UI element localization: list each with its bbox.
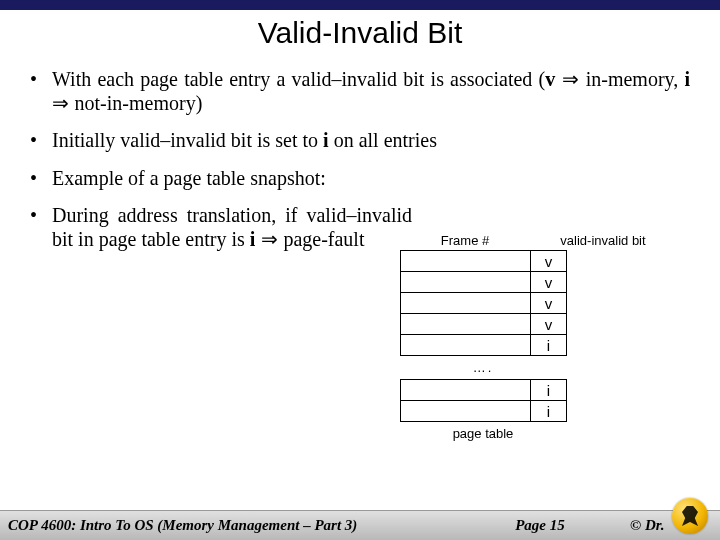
bullet-text: During address translation, if valid–inv… <box>52 204 412 251</box>
table-row: i <box>401 380 567 401</box>
footer-left: COP 4600: Intro To OS (Memory Management… <box>0 517 480 534</box>
text-i: i <box>684 68 690 90</box>
text: page-fault <box>283 228 364 250</box>
cell-bit: v <box>531 293 567 314</box>
header-frame: Frame # <box>400 233 530 248</box>
bullet-text: With each page table entry a valid–inval… <box>52 68 690 115</box>
table-row: v <box>401 314 567 335</box>
top-accent-bar <box>0 0 720 10</box>
bullet-marker: • <box>30 204 52 251</box>
bullet-marker: • <box>30 167 52 191</box>
table-row: v <box>401 272 567 293</box>
cell-frame <box>401 293 531 314</box>
text: With each page table entry a valid–inval… <box>52 68 545 90</box>
slide-body: • With each page table entry a valid–inv… <box>0 50 720 252</box>
cell-bit: v <box>531 314 567 335</box>
ellipsis: …. <box>400 356 566 379</box>
ucf-logo-icon <box>672 498 708 534</box>
table-headers: Frame # valid-invalid bit <box>400 233 700 248</box>
cell-frame <box>401 401 531 422</box>
cell-frame <box>401 272 531 293</box>
text: Initially valid–invalid bit is set to <box>52 129 323 151</box>
table-row: v <box>401 251 567 272</box>
cell-bit: v <box>531 251 567 272</box>
implies-icon: ⇒ <box>255 228 283 250</box>
cell-bit: v <box>531 272 567 293</box>
cell-bit: i <box>531 380 567 401</box>
bullet-2: • Initially valid–invalid bit is set to … <box>30 129 690 153</box>
cell-frame <box>401 380 531 401</box>
slide-title: Valid-Invalid Bit <box>0 16 720 50</box>
footer: COP 4600: Intro To OS (Memory Management… <box>0 510 720 540</box>
bullet-marker: • <box>30 68 52 115</box>
text: on all entries <box>329 129 437 151</box>
page-table-top: v v v v i <box>400 250 567 356</box>
cell-bit: i <box>531 401 567 422</box>
text-v: v <box>545 68 555 90</box>
implies-icon: ⇒ <box>52 92 75 114</box>
bullet-1: • With each page table entry a valid–inv… <box>30 68 690 115</box>
table-row: v <box>401 293 567 314</box>
bullet-text: Example of a page table snapshot: <box>52 167 690 191</box>
footer-page: Page 15 <box>480 517 600 534</box>
bullet-text: Initially valid–invalid bit is set to i … <box>52 129 690 153</box>
table-row: i <box>401 401 567 422</box>
cell-bit: i <box>531 335 567 356</box>
implies-icon: ⇒ <box>555 68 586 90</box>
cell-frame <box>401 251 531 272</box>
table-caption: page table <box>400 426 566 441</box>
cell-frame <box>401 335 531 356</box>
bullet-marker: • <box>30 129 52 153</box>
bullet-3: • Example of a page table snapshot: <box>30 167 690 191</box>
text: not-in-memory) <box>75 92 203 114</box>
text: in-memory, <box>586 68 685 90</box>
cell-frame <box>401 314 531 335</box>
table-row: i <box>401 335 567 356</box>
page-table-diagram: Frame # valid-invalid bit v v v v i …. i… <box>400 233 700 441</box>
header-valid: valid-invalid bit <box>538 233 668 248</box>
page-table-bottom: i i <box>400 379 567 422</box>
